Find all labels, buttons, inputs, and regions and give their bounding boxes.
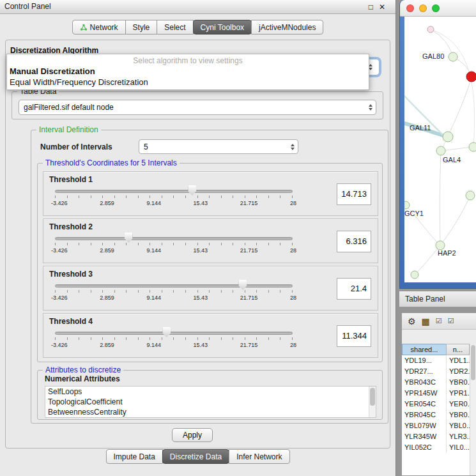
- tab-discretize-data[interactable]: Discretize Data: [162, 449, 229, 464]
- cell[interactable]: YDR27...: [402, 366, 447, 377]
- threshold-slider[interactable]: -3.4262.8599.14415.4321.71528: [55, 328, 293, 355]
- slider-track[interactable]: [55, 284, 293, 288]
- table-row[interactable]: YLR345WYLR3...: [402, 431, 470, 442]
- stepper-icon[interactable]: [288, 144, 298, 150]
- slider-track[interactable]: [55, 237, 293, 240]
- tab-jactivemnodules[interactable]: jActiveMNodules: [251, 20, 323, 35]
- network-edge[interactable]: [448, 77, 472, 137]
- cell[interactable]: YDL1...: [447, 355, 470, 366]
- tab-select[interactable]: Select: [157, 20, 193, 35]
- cell[interactable]: YBL079W: [402, 420, 447, 431]
- tab-network[interactable]: Network: [72, 20, 126, 35]
- network-edge[interactable]: [441, 147, 473, 151]
- cell[interactable]: YBL0...: [447, 420, 470, 431]
- network-node[interactable]: [466, 191, 475, 200]
- list-item[interactable]: BetweennessCentrality: [45, 407, 376, 417]
- cell[interactable]: YPR1...: [447, 388, 470, 399]
- list-item[interactable]: TopologicalCoefficient: [45, 397, 376, 407]
- gear-icon[interactable]: ⚙: [408, 317, 416, 326]
- cell[interactable]: YBR043C: [402, 377, 447, 388]
- threshold-slider[interactable]: -3.4262.8599.14415.4321.71528: [55, 186, 293, 213]
- tab-cyni-toolbox[interactable]: Cyni Toolbox: [193, 20, 252, 35]
- network-node[interactable]: [411, 271, 418, 279]
- stepper-icon[interactable]: [365, 104, 376, 111]
- network-edge[interactable]: [440, 196, 470, 245]
- network-canvas[interactable]: GAL80 GAL11 GAL4 GCY1 HAP2: [404, 17, 476, 282]
- slider-thumb[interactable]: [238, 280, 247, 290]
- column-header-shared-name[interactable]: shared...: [402, 344, 447, 355]
- window-title: Control Panel: [4, 2, 51, 11]
- network-window-titlebar[interactable]: [400, 0, 476, 17]
- network-node[interactable]: [436, 241, 445, 250]
- slider-track[interactable]: [55, 190, 293, 193]
- tab-infer-network[interactable]: Infer Network: [229, 449, 289, 464]
- cell[interactable]: YPR145W: [402, 388, 447, 399]
- slider-ticks: [55, 243, 293, 245]
- table-row[interactable]: YDL19...YDL1...: [402, 355, 470, 366]
- dropdown-option-equal-width-frequency[interactable]: Equal Width/Frequency Discretization: [7, 77, 369, 88]
- columns-icon[interactable]: ▦: [422, 317, 430, 326]
- threshold-value-field[interactable]: 6.316: [337, 231, 371, 252]
- table-row[interactable]: YPR145WYPR1...: [402, 388, 470, 399]
- network-node-selected[interactable]: [466, 72, 476, 82]
- threshold-value-field[interactable]: 21.4: [337, 278, 371, 300]
- table-row[interactable]: YBR043CYBR0...: [402, 377, 470, 388]
- table-panel-header[interactable]: Table Panel: [399, 291, 476, 307]
- cell[interactable]: YER054C: [402, 399, 447, 410]
- cell[interactable]: YLR345W: [402, 431, 447, 442]
- table-row[interactable]: YBL079WYBL0...: [402, 420, 470, 431]
- scrollbar-thumb[interactable]: [471, 345, 475, 380]
- slider-thumb[interactable]: [162, 327, 171, 337]
- cell[interactable]: YIL052C: [402, 442, 447, 453]
- slider-thumb[interactable]: [188, 185, 196, 196]
- network-edge[interactable]: [415, 245, 440, 275]
- threshold-slider[interactable]: -3.4262.8599.14415.4321.71528: [55, 233, 293, 260]
- cell[interactable]: YBR0...: [447, 377, 470, 388]
- table-row[interactable]: YBR045CYBR0...: [402, 410, 470, 420]
- tab-style[interactable]: Style: [125, 20, 158, 35]
- minimize-icon[interactable]: □: [369, 1, 373, 14]
- number-of-intervals-combobox[interactable]: 5: [139, 139, 298, 154]
- network-node[interactable]: [469, 142, 476, 151]
- slider-thumb[interactable]: [125, 233, 133, 243]
- close-traffic-light[interactable]: [406, 4, 414, 12]
- list-scrollbar[interactable]: [369, 387, 376, 417]
- network-node[interactable]: [436, 146, 445, 155]
- network-node[interactable]: [404, 201, 410, 209]
- tab-impute-data[interactable]: Impute Data: [105, 449, 162, 464]
- table-row[interactable]: YIL052CYIL0...: [402, 442, 470, 453]
- checkbox-icon[interactable]: ☑: [448, 318, 454, 325]
- numerical-attributes-list[interactable]: SelfLoops TopologicalCoefficient Between…: [45, 386, 376, 418]
- network-edge[interactable]: [440, 151, 441, 245]
- table-scrollbar[interactable]: [470, 344, 476, 475]
- cell[interactable]: YIL0...: [447, 442, 470, 453]
- checkbox-icon[interactable]: ☑: [436, 318, 442, 325]
- threshold-value-field[interactable]: 11.344: [337, 325, 371, 347]
- network-node[interactable]: [443, 132, 453, 142]
- cell[interactable]: YBR045C: [402, 410, 447, 420]
- dropdown-option-manual-discretization[interactable]: Manual Discretization: [7, 66, 369, 77]
- threshold-value-field[interactable]: 14.713: [337, 183, 371, 205]
- network-node[interactable]: [427, 26, 434, 33]
- minimize-traffic-light[interactable]: [419, 4, 427, 12]
- control-panel-titlebar[interactable]: Control Panel □ ✕: [0, 0, 395, 14]
- list-item[interactable]: SelfLoops: [45, 387, 376, 397]
- network-view-window[interactable]: GAL80 GAL11 GAL4 GCY1 HAP2: [399, 0, 476, 289]
- cell[interactable]: YDR2...: [447, 366, 470, 377]
- network-node[interactable]: [449, 52, 457, 61]
- apply-button[interactable]: Apply: [172, 428, 213, 442]
- table-data-combobox[interactable]: galFiltered.sif default node: [19, 100, 376, 115]
- cell[interactable]: YLR3...: [447, 431, 470, 442]
- slider-scale: -3.4262.8599.14415.4321.71528: [51, 247, 296, 254]
- cell[interactable]: YER0...: [447, 399, 470, 410]
- table-row[interactable]: YER054CYER0...: [402, 399, 470, 410]
- slider-track[interactable]: [55, 332, 293, 335]
- threshold-slider[interactable]: -3.4262.8599.14415.4321.71528: [55, 280, 293, 307]
- zoom-traffic-light[interactable]: [432, 4, 440, 12]
- cell[interactable]: YBR0...: [447, 410, 470, 420]
- close-icon[interactable]: ✕: [379, 1, 385, 14]
- table-row[interactable]: YDR27...YDR2...: [402, 366, 470, 377]
- cell[interactable]: YDL19...: [402, 355, 447, 366]
- column-header-name[interactable]: n...: [446, 344, 470, 355]
- scrollbar-thumb[interactable]: [370, 388, 375, 406]
